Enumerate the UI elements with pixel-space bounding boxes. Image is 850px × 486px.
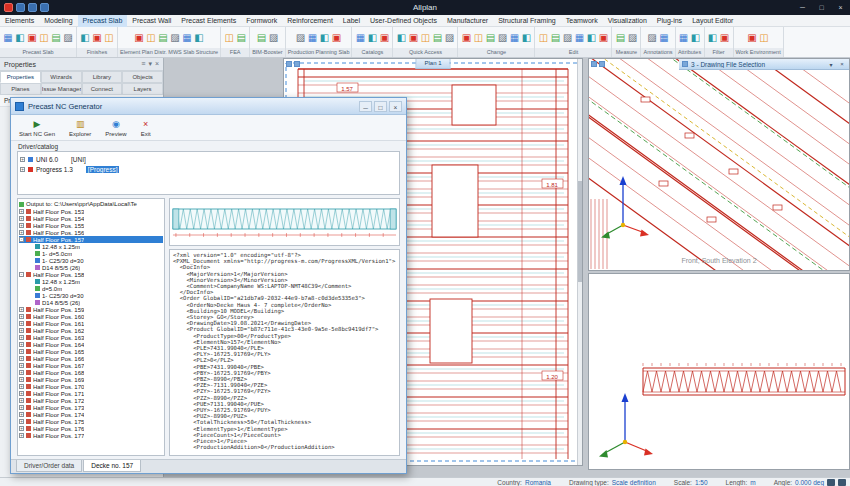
ribbon-tool-icon[interactable]: ▣: [719, 28, 731, 48]
expander-icon[interactable]: +: [19, 209, 24, 214]
menu-item-precast-wall[interactable]: Precast Wall: [127, 15, 176, 27]
menu-item-formwork[interactable]: Formwork: [241, 15, 282, 27]
expander-icon[interactable]: +: [19, 335, 24, 340]
tree-item-half-floor-pos-161[interactable]: +Half Floor Pos. 161: [19, 320, 163, 327]
maximize-icon[interactable]: □: [374, 101, 387, 112]
ribbon-tool-icon[interactable]: ▣: [331, 28, 343, 48]
close-icon[interactable]: ×: [155, 60, 159, 68]
expander-icon[interactable]: +: [19, 342, 24, 347]
ribbon-tool-icon[interactable]: ▨: [496, 28, 508, 48]
expander-icon[interactable]: +: [19, 216, 24, 221]
ribbon-tool-icon[interactable]: ▦: [2, 28, 14, 48]
ribbon-tool-icon[interactable]: ▤: [484, 28, 496, 48]
output-tree[interactable]: Output to: C:\Users\ppr\AppData\Local\Te…: [17, 198, 165, 456]
expander-icon[interactable]: -: [19, 237, 24, 242]
maximize-icon[interactable]: □: [812, 0, 831, 15]
expander-icon[interactable]: +: [19, 321, 24, 326]
menu-item-modeling[interactable]: Modeling: [39, 15, 77, 27]
ribbon-tool-icon[interactable]: ◫: [419, 28, 431, 48]
tree-item-half-floor-pos-169[interactable]: +Half Floor Pos. 169: [19, 376, 163, 383]
ribbon-tool-icon[interactable]: ▦: [508, 28, 520, 48]
app-icon[interactable]: [4, 3, 13, 12]
ribbon-tool-icon[interactable]: ▤: [50, 28, 62, 48]
ribbon-tool-icon[interactable]: ◧: [319, 28, 331, 48]
ribbon-tool-icon[interactable]: ◧: [395, 28, 407, 48]
expander-icon[interactable]: +: [20, 167, 25, 172]
redo-icon[interactable]: [40, 3, 49, 12]
ribbon-tool-icon[interactable]: ▨: [443, 28, 455, 48]
driver-row-uni-6-0[interactable]: +UNI 6.0[UNI]: [20, 154, 397, 164]
expander-icon[interactable]: +: [19, 384, 24, 389]
palette-tab-planes[interactable]: Planes: [0, 83, 41, 95]
explorer-button[interactable]: ▥Explorer: [69, 119, 91, 137]
ribbon-tool-icon[interactable]: ◧: [520, 28, 532, 48]
ribbon-tool-icon[interactable]: ◧: [707, 28, 719, 48]
menu-item-structural-framing[interactable]: Structural Framing: [493, 15, 561, 27]
tree-item-half-floor-pos-170[interactable]: +Half Floor Pos. 170: [19, 383, 163, 390]
ribbon-tool-icon[interactable]: ▣: [91, 28, 103, 48]
ribbon-tool-icon[interactable]: ▨: [295, 28, 307, 48]
tree-item-half-floor-pos-160[interactable]: +Half Floor Pos. 160: [19, 313, 163, 320]
minimize-icon[interactable]: ─: [793, 0, 812, 15]
ribbon-tool-icon[interactable]: ▦: [573, 28, 585, 48]
ribbon-tool-icon[interactable]: ◫: [38, 28, 50, 48]
menu-item-label[interactable]: Label: [338, 15, 365, 27]
tree-subitem-12-48-x-1-25m[interactable]: 12.48 x 1.25m: [19, 243, 163, 250]
tree-item-half-floor-pos-167[interactable]: +Half Floor Pos. 167: [19, 362, 163, 369]
expander-icon[interactable]: +: [19, 314, 24, 319]
expander-icon[interactable]: +: [19, 377, 24, 382]
tree-item-half-floor-pos-155[interactable]: +Half Floor Pos. 155: [19, 222, 163, 229]
ribbon-tool-icon[interactable]: ▣: [378, 28, 390, 48]
drawing-file-selection-titlebar[interactable]: 3 - Drawing File Selection ▾ ×: [679, 59, 849, 70]
tree-item-half-floor-pos-162[interactable]: +Half Floor Pos. 162: [19, 327, 163, 334]
tree-item-half-floor-pos-163[interactable]: +Half Floor Pos. 163: [19, 334, 163, 341]
tree-item-half-floor-pos-175[interactable]: +Half Floor Pos. 175: [19, 418, 163, 425]
exit-button[interactable]: ×Exit: [141, 119, 151, 137]
menu-item-precast-elements[interactable]: Precast Elements: [176, 15, 241, 27]
pin-icon[interactable]: ▾: [148, 60, 152, 68]
plan-scrollbar[interactable]: [577, 59, 582, 465]
ribbon-tool-icon[interactable]: ◧: [366, 28, 378, 48]
expander-icon[interactable]: +: [19, 405, 24, 410]
ribbon-tool-icon[interactable]: ◫: [472, 28, 484, 48]
dialog-tab-decke-no-157[interactable]: Decke no. 157: [83, 460, 141, 472]
ribbon-tool-icon[interactable]: ▦: [181, 28, 193, 48]
tree-subitem-1-c25-30-d-30[interactable]: 1- C25/30 d=30: [19, 292, 163, 299]
expander-icon[interactable]: +: [19, 356, 24, 361]
status-icon[interactable]: [827, 479, 835, 486]
undo-icon[interactable]: [28, 3, 37, 12]
expander-icon[interactable]: +: [19, 412, 24, 417]
tree-item-half-floor-pos-173[interactable]: +Half Floor Pos. 173: [19, 404, 163, 411]
ribbon-tool-icon[interactable]: ▤: [255, 28, 267, 48]
tree-item-half-floor-pos-153[interactable]: +Half Floor Pos. 153: [19, 208, 163, 215]
expander-icon[interactable]: +: [19, 433, 24, 438]
menu-item-manufacturer[interactable]: Manufacturer: [442, 15, 493, 27]
tree-item-half-floor-pos-172[interactable]: +Half Floor Pos. 172: [19, 397, 163, 404]
expander-icon[interactable]: +: [19, 419, 24, 424]
start-nc-gen-button[interactable]: ▶Start NC Gen: [19, 119, 55, 137]
tree-item-half-floor-pos-164[interactable]: +Half Floor Pos. 164: [19, 341, 163, 348]
ribbon-tool-icon[interactable]: ▣: [460, 28, 472, 48]
ribbon-tool-icon[interactable]: ▤: [614, 28, 626, 48]
viewport-icon[interactable]: [286, 61, 292, 67]
palette-tab-properties[interactable]: Properties: [0, 71, 41, 83]
menu-item-reinforcement[interactable]: Reinforcement: [282, 15, 338, 27]
status-icon[interactable]: [838, 479, 846, 486]
ribbon-tool-icon[interactable]: ▤: [235, 28, 247, 48]
tree-item-half-floor-pos-157[interactable]: -Half Floor Pos. 157: [19, 236, 163, 243]
ribbon-tool-icon[interactable]: ◫: [145, 28, 157, 48]
tree-subitem-1-d-5-0cm[interactable]: 1- d=5.0cm: [19, 250, 163, 257]
tree-item-half-floor-pos-154[interactable]: +Half Floor Pos. 154: [19, 215, 163, 222]
ribbon-tool-icon[interactable]: ◧: [585, 28, 597, 48]
tree-item-half-floor-pos-156[interactable]: +Half Floor Pos. 156: [19, 229, 163, 236]
menu-item-elements[interactable]: Elements: [0, 15, 39, 27]
tree-item-half-floor-pos-174[interactable]: +Half Floor Pos. 174: [19, 411, 163, 418]
ribbon-tool-icon[interactable]: ▣: [133, 28, 145, 48]
ribbon-tool-icon[interactable]: ▨: [561, 28, 573, 48]
ribbon-tool-icon[interactable]: ▦: [307, 28, 319, 48]
palette-tab-wizards[interactable]: Wizards: [41, 71, 82, 83]
palette-tab-objects[interactable]: Objects: [122, 71, 163, 83]
ribbon-tool-icon[interactable]: ◫: [103, 28, 115, 48]
palette-tab-connect[interactable]: Connect: [82, 83, 123, 95]
viewport-icon[interactable]: [294, 61, 300, 67]
